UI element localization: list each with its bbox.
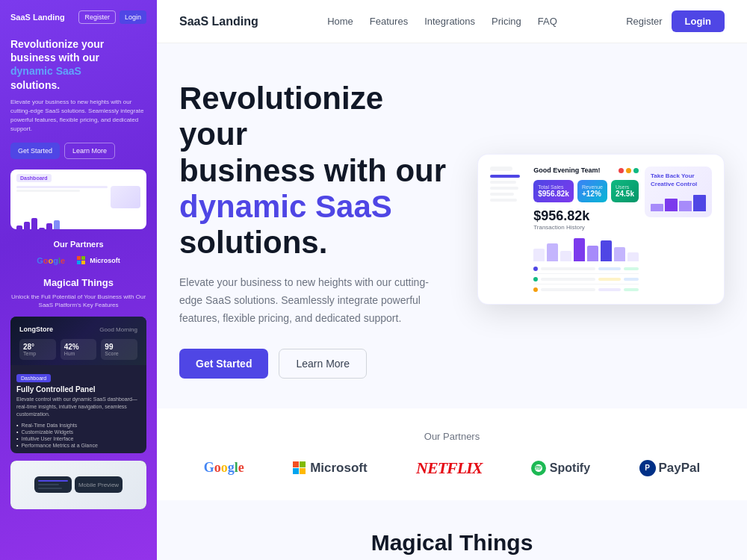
hero-buttons: Get Started Learn More (179, 349, 447, 379)
partners-logos: Google Microsoft NETFLIX Spotify (179, 458, 725, 478)
hero-table-row-3 (533, 287, 639, 292)
nav-links: Home Features Integrations Pricing FAQ (327, 16, 557, 27)
hero-chart (533, 235, 639, 261)
microsoft-logo: Microsoft (293, 461, 368, 476)
left-partners: Google Microsoft (10, 256, 146, 265)
left-google-logo: Google (37, 256, 65, 265)
hero-stat3-label: Users (616, 184, 634, 190)
hero-big-number: $956.82k (533, 208, 639, 224)
left-list-item-1: Real-Time Data Insights (16, 422, 140, 429)
paypal-icon: P (639, 460, 656, 476)
left-partners-title: Our Partners (10, 240, 146, 249)
nav-right: Register Login (626, 10, 725, 32)
nav-link-home[interactable]: Home (327, 16, 353, 27)
left-vis-date: Good Morning (99, 326, 137, 333)
left-feature-desc: Elevate control with our dynamic SaaS da… (16, 396, 140, 417)
left-microsoft-logo: Microsoft (77, 256, 120, 265)
left-logo: SaaS Landing (10, 13, 65, 22)
nav-register-button[interactable]: Register (626, 16, 662, 27)
hero-desc: Elevate your business to new heights wit… (179, 274, 447, 327)
hero-stat2-label: Revenue (582, 184, 603, 190)
hero-title: Revolutionize your business with our dyn… (179, 81, 447, 261)
hero-dash-greeting: Good Evening Team! (533, 167, 600, 174)
nav-logo: SaaS Landing (179, 15, 258, 28)
hero-content: Revolutionize your business with our dyn… (179, 81, 447, 379)
left-chart-bars (16, 214, 140, 229)
left-panel: SaaS Landing Register Login Revolutioniz… (0, 0, 157, 560)
left-hero-desc: Elevate your business to new heights wit… (10, 98, 146, 134)
left-nav: SaaS Landing Register Login (10, 10, 146, 24)
partners-section: Our Partners Google Microsoft NETFLIX S (157, 408, 747, 500)
left-hero-buttons: Get Started Learn More (10, 143, 146, 159)
nav-login-button[interactable]: Login (672, 10, 725, 32)
hero-image-wrapper: Good Evening Team! Total Sales $9 (477, 154, 725, 305)
left-dash-badge: Dashboard (16, 174, 52, 182)
left-dashboard-preview: Dashboard (10, 169, 146, 229)
hero-table-row-2 (533, 276, 639, 284)
nav-link-integrations[interactable]: Integrations (424, 16, 475, 27)
hero-stat3-value: 24.5k (616, 190, 634, 198)
main-panel: SaaS Landing Home Features Integrations … (157, 0, 747, 560)
left-feature-content: Dashboard Fully Controlled Panel Elevate… (10, 365, 146, 452)
hero-table (533, 266, 639, 292)
left-feature-list: Real-Time Data Insights Customizable Wid… (16, 422, 140, 449)
netflix-logo: NETFLIX (416, 458, 482, 478)
top-nav: SaaS Landing Home Features Integrations … (157, 0, 747, 43)
hero-stat1-value: $956.82k (538, 190, 569, 198)
left-vis-stats: 28° Temp 42% Hum 99 Score (19, 339, 137, 360)
nav-link-pricing[interactable]: Pricing (492, 16, 521, 27)
nav-link-faq[interactable]: FAQ (538, 16, 557, 27)
left-login-button[interactable]: Login (120, 10, 146, 24)
magical-section: Magical Things Unlock the Full Potential… (157, 500, 747, 560)
hero-learn-more-button[interactable]: Learn More (279, 349, 367, 379)
hero-dashboard-card: Good Evening Team! Total Sales $9 (477, 154, 725, 305)
left-register-button[interactable]: Register (78, 10, 116, 24)
left-feature-image: LongStore Good Morning 28° Temp 42% Hum … (10, 317, 146, 365)
hero-stat2-value: +12% (582, 190, 603, 198)
hero-right-card-title: Take Back Your Creative Control (651, 172, 706, 188)
left-feature-image-2: Mobile Preview (10, 461, 146, 509)
hero-stat1-label: Total Sales (538, 184, 569, 190)
left-feature-badge: Dashboard (16, 374, 51, 382)
hero-table-row-1 (533, 266, 639, 274)
left-list-item-2: Customizable Widgets (16, 429, 140, 435)
left-feature-card: LongStore Good Morning 28° Temp 42% Hum … (10, 317, 146, 452)
left-magical-title: Magical Things (10, 277, 146, 288)
hero-section-label: Transaction History (533, 224, 639, 231)
left-learn-more-button[interactable]: Learn More (64, 143, 115, 159)
nav-link-features[interactable]: Features (370, 16, 408, 27)
left-list-item-3: Intuitive User Interface (16, 435, 140, 442)
partners-title: Our Partners (179, 431, 725, 442)
left-hero-title: Revolutionize your business with our dyn… (10, 37, 146, 92)
magical-title: Magical Things (179, 530, 725, 556)
left-feature-title: Fully Controlled Panel (16, 385, 140, 393)
left-list-item-4: Performance Metrics at a Glance (16, 442, 140, 449)
left-feature-card-2: Mobile Preview (10, 461, 146, 509)
left-magical-desc: Unlock the Full Potential of Your Busine… (10, 293, 146, 309)
left-get-started-button[interactable]: Get Started (10, 143, 60, 159)
spotify-logo: Spotify (531, 461, 590, 476)
hero-section: Revolutionize your business with our dyn… (157, 43, 747, 408)
left-nav-buttons: Register Login (78, 10, 146, 24)
hero-get-started-button[interactable]: Get Started (179, 349, 268, 379)
left-vis-title: LongStore (19, 326, 53, 333)
spotify-icon (531, 461, 546, 476)
paypal-logo: P PayPal (639, 460, 701, 476)
google-logo: Google (204, 460, 244, 476)
